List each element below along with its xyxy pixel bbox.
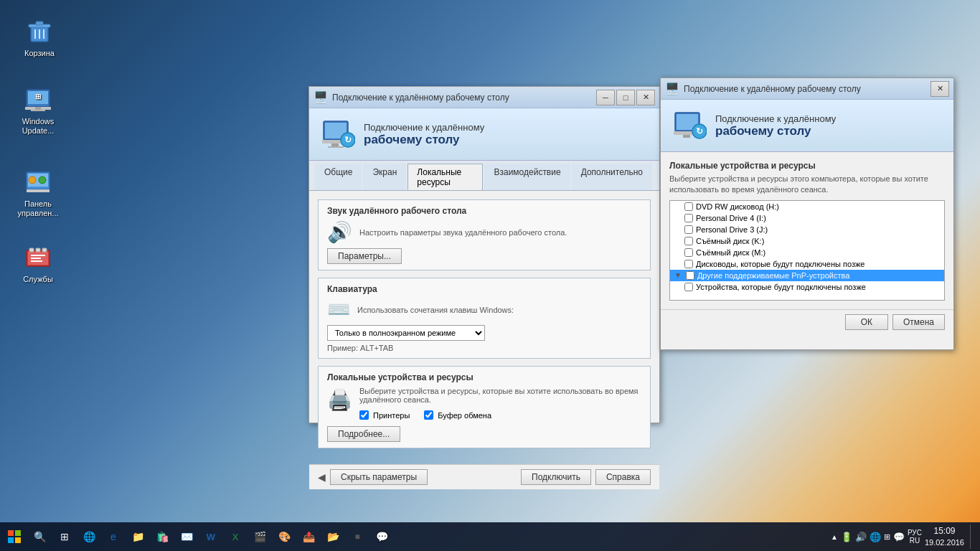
removablek-label: Съёмный диск (K:) [696, 237, 764, 245]
taskbar-clock: 15:09 19.02.2016 [925, 526, 964, 547]
removablek-checkbox[interactable] [684, 237, 693, 245]
svg-rect-24 [42, 248, 47, 252]
taskbar-icon-excel[interactable]: X [224, 523, 247, 550]
taskbar-right: ▲ 🔋 🔊 🌐 ⊞ 💬 РУС RU 15:09 19.02.2016 [831, 524, 980, 549]
rdp1-tabs: Общие Экран Локальные ресурсы Взаимодейс… [309, 161, 659, 191]
rdp2-title-text: Подключение к удалённому рабочему столу [684, 84, 930, 94]
help-btn[interactable]: Справка [595, 469, 651, 485]
list-item-personal4[interactable]: Personal Drive 4 (I:) [670, 212, 944, 224]
desktop-icon-control-panel[interactable]: Панель управлен... [13, 165, 63, 221]
devices-list[interactable]: DVD RW дисковод (H:) Personal Drive 4 (I… [669, 200, 945, 301]
taskbar-icon-task-view[interactable]: ⊞ [53, 523, 76, 550]
show-desktop-btn[interactable] [970, 524, 974, 549]
taskbar-icon-word[interactable]: W [199, 523, 222, 550]
tab-additional[interactable]: Дополнительно [572, 164, 652, 190]
sound-params-btn[interactable]: Параметры... [327, 248, 402, 264]
taskbar-icons: ⊞ 🌐 e 📁 🛍️ ✉️ W X 🎬 🎨 📤 📂 ■ 💬 [50, 523, 396, 550]
svg-rect-9 [35, 107, 41, 110]
personal4-label: Personal Drive 4 (I:) [696, 214, 766, 222]
printers-checkbox-row[interactable]: Принтеры [359, 410, 410, 420]
rdp2-header: ↻ Подключение к удалённому рабочему стол… [661, 100, 953, 152]
devices-details-btn[interactable]: Подробнее... [327, 426, 400, 442]
keyboard-select[interactable]: Только в полноэкранном режиме [327, 325, 485, 341]
svg-text:↻: ↻ [696, 126, 703, 136]
tab-interaction[interactable]: Взаимодействие [484, 164, 570, 190]
devices-icon: 🖨️ [327, 388, 352, 412]
services-label: Службы [23, 275, 53, 284]
system-tray-up-arrow[interactable]: ▲ [831, 533, 838, 541]
tab-screen[interactable]: Экран [363, 164, 406, 190]
connect-btn[interactable]: Подключить [521, 469, 591, 485]
pnp-checkbox[interactable] [686, 271, 694, 280]
list-item-removablem[interactable]: Съёмный диск (M:) [670, 247, 944, 258]
taskbar-icon-paint[interactable]: 🎨 [273, 523, 296, 550]
pnp-label: Другие поддерживаемые PnP-устройства [697, 271, 849, 280]
rdp1-header-line1: Подключение к удалённому [364, 122, 484, 133]
rdp2-header-icon: ↻ [672, 108, 707, 143]
svg-point-16 [39, 176, 46, 184]
devices-section-title: Локальные устройства и ресурсы [327, 372, 641, 382]
printers-checkbox[interactable] [359, 410, 369, 420]
svg-rect-28 [331, 143, 339, 146]
clipboard-checkbox-row[interactable]: Буфер обмена [424, 410, 491, 420]
windows-update-label: Windows Update... [22, 117, 55, 136]
taskbar-icon-explorer[interactable]: 📁 [126, 523, 149, 550]
windows-update-icon: ⊞ [24, 85, 52, 114]
svg-rect-21 [31, 260, 42, 262]
taskbar-icon-folder2[interactable]: 📂 [321, 523, 344, 550]
taskbar-icon-mail[interactable]: ✉️ [175, 523, 198, 550]
rdp1-title-icon: 🖥️ [314, 90, 328, 104]
personal3-checkbox[interactable] [684, 225, 693, 234]
svg-rect-38 [8, 530, 14, 536]
svg-rect-14 [27, 189, 50, 192]
desktop-icon-recycle-bin[interactable]: Корзина [14, 14, 65, 61]
list-item-drives-later[interactable]: Дисководы, которые будут подключены позж… [670, 258, 944, 270]
list-item-personal3[interactable]: Personal Drive 3 (J:) [670, 224, 944, 235]
hide-params-btn[interactable]: Скрыть параметры [330, 469, 428, 485]
taskbar-icon-chrome[interactable]: 🌐 [77, 523, 100, 550]
rdp2-header-text: Подключение к удалённому рабочему столу [715, 113, 836, 138]
search-button[interactable]: 🔍 [29, 523, 50, 550]
devices-later-checkbox[interactable] [684, 283, 693, 291]
taskbar-icon-msg[interactable]: 💬 [370, 523, 393, 550]
desktop-icon-services[interactable]: Службы [13, 240, 63, 287]
devices-later-label: Устройства, которые будут подключены поз… [696, 283, 866, 291]
taskbar-icon-transfer[interactable]: 📤 [297, 523, 320, 550]
svg-rect-19 [31, 255, 45, 256]
dvd-checkbox[interactable] [684, 202, 693, 211]
list-item-removablek[interactable]: Съёмный диск (K:) [670, 235, 944, 247]
personal4-checkbox[interactable] [684, 214, 693, 222]
rdp2-close-btn[interactable]: ✕ [930, 81, 949, 97]
clipboard-checkbox[interactable] [424, 410, 433, 420]
svg-rect-10 [31, 110, 45, 111]
pnp-expand-arrow: ▼ [674, 271, 682, 279]
taskbar-icon-ie[interactable]: e [102, 523, 125, 550]
rdp1-close-btn[interactable]: ✕ [636, 90, 655, 105]
keyboard-section-title: Клавиатура [327, 284, 641, 294]
keyboard-example: Пример: ALT+TAB [327, 344, 641, 352]
dvd-label: DVD RW дисковод (H:) [696, 202, 779, 211]
list-item-dvd[interactable]: DVD RW дисковод (H:) [670, 201, 944, 212]
rdp1-titlebar[interactable]: 🖥️ Подключение к удалённому рабочему сто… [309, 87, 659, 108]
taskbar: 🔍 ⊞ 🌐 e 📁 🛍️ ✉️ W X 🎬 🎨 📤 📂 ■ 💬 ▲ 🔋 🔊 🌐 … [0, 522, 980, 551]
rdp1-header-line2: рабочему столу [364, 133, 459, 146]
taskbar-icon-cmd[interactable]: ■ [346, 523, 369, 550]
taskbar-icon-store[interactable]: 🛍️ [151, 523, 174, 550]
tray-icon-1: 🔋 [841, 532, 852, 542]
rdp1-maximize-btn[interactable]: □ [616, 90, 635, 105]
removablem-label: Съёмный диск (M:) [696, 248, 765, 257]
desktop-icon-windows-update[interactable]: ⊞ Windows Update... [13, 83, 63, 138]
list-item-pnp[interactable]: ▼ Другие поддерживаемые PnP-устройства [670, 270, 944, 281]
control-panel-label: Панель управлен... [17, 199, 58, 218]
start-button[interactable] [0, 522, 29, 551]
tab-local-resources[interactable]: Локальные ресурсы [407, 164, 483, 190]
rdp2-titlebar[interactable]: 🖥️ Подключение к удалённому рабочему сто… [661, 78, 953, 100]
rdp1-minimize-btn[interactable]: ─ [596, 90, 615, 105]
drives-later-checkbox[interactable] [684, 260, 693, 268]
taskbar-icon-vlc[interactable]: 🎬 [248, 523, 271, 550]
list-item-devices-later[interactable]: Устройства, которые будут подключены поз… [670, 281, 944, 293]
cancel-btn[interactable]: Отмена [892, 314, 945, 330]
removablem-checkbox[interactable] [684, 248, 693, 257]
tab-general[interactable]: Общие [315, 164, 362, 190]
ok-btn[interactable]: ОК [845, 314, 888, 330]
